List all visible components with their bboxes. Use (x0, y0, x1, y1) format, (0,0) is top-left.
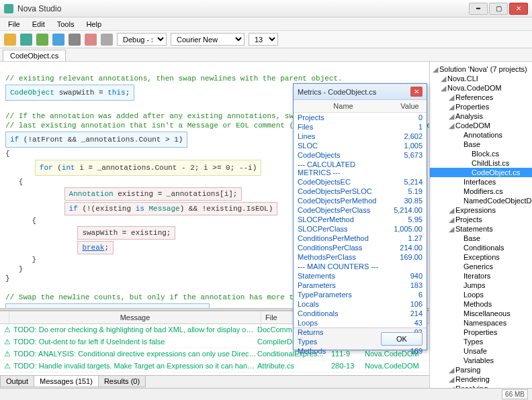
config-select[interactable]: Debug - x86 (117, 33, 167, 46)
tree-node[interactable]: Base (430, 140, 532, 149)
tree-node[interactable]: Properties (430, 328, 532, 337)
font-size-select[interactable]: 13 (249, 33, 278, 46)
warning-icon: ⚠ (4, 326, 13, 334)
open-icon[interactable] (4, 34, 16, 46)
close-button[interactable]: ✕ (509, 3, 528, 15)
metrics-dialog: Metrics - CodeObject.cs ✕ Name Value Pro… (293, 83, 427, 350)
tree-node[interactable]: ◢Rendering (430, 374, 532, 384)
metric-row: SLOCPerClass1,005.00 (294, 224, 427, 234)
metric-row: MethodsPerClass169.00 (294, 252, 427, 262)
tree-root[interactable]: ◢Solution 'Nova' (7 projects) (430, 64, 532, 74)
message-row[interactable]: ⚠TODO: Handle invalid targets. Make Targ… (0, 360, 429, 372)
app-icon (4, 4, 13, 13)
tree-node[interactable]: Interfaces (430, 177, 532, 187)
tree-node[interactable]: Jumps (430, 281, 532, 290)
tab-output[interactable]: Output (0, 376, 34, 387)
tree-node[interactable]: Base (430, 234, 532, 243)
metric-row: CodeObjectsPerSLOC5.19 (294, 187, 427, 196)
bottom-tabs: Output Messages (151) Results (0) (0, 375, 429, 388)
tree-node[interactable]: Conditionals (430, 243, 532, 252)
metric-row: Files1 (294, 122, 427, 132)
menu-help[interactable]: Help (81, 19, 107, 30)
col-message[interactable]: Message (9, 311, 261, 323)
title-bar: Nova Studio ━ ▢ ✕ (0, 0, 532, 17)
metric-row: Statements940 (294, 271, 427, 281)
metric-row: --- MAIN COUNTERS --- (294, 262, 427, 271)
save-all-icon[interactable] (36, 34, 48, 46)
tree-node[interactable]: Methods (430, 299, 532, 309)
tree-node[interactable]: Namespaces (430, 318, 532, 328)
warning-icon: ⚠ (4, 362, 13, 370)
unload-icon[interactable] (85, 34, 97, 46)
menu-file[interactable]: File (3, 19, 26, 30)
tree-node[interactable]: NamedCodeObjectDictionary.cs (430, 196, 532, 205)
menu-tools[interactable]: Tools (52, 19, 80, 30)
metric-row: Methods169 (294, 346, 427, 356)
tree-node[interactable]: ◢Properties (430, 102, 532, 111)
dialog-close-button[interactable]: ✕ (410, 87, 423, 97)
metric-row: Lines2,602 (294, 132, 427, 141)
solution-explorer[interactable]: ◢Solution 'Nova' (7 projects)◢Nova.CLI◢N… (430, 62, 532, 388)
tree-node[interactable]: Unsafe (430, 346, 532, 356)
menu-edit[interactable]: Edit (27, 19, 50, 30)
tree-node[interactable]: ◢Nova.CodeDOM (430, 83, 532, 93)
refresh-icon[interactable] (52, 34, 64, 46)
status-bar: 66 MB (0, 388, 532, 400)
metric-row: SLOC1,005 (294, 141, 427, 150)
dialog-col-value: Value (393, 100, 427, 112)
tree-node[interactable]: ◢CodeDOM (430, 121, 532, 130)
ok-button[interactable]: OK (381, 332, 423, 346)
tree-node[interactable]: Types (430, 337, 532, 346)
link-icon[interactable] (101, 34, 113, 46)
tab-results[interactable]: Results (0) (98, 376, 146, 387)
metric-row: Locals106 (294, 299, 427, 309)
tree-node[interactable]: ◢Analysis (430, 111, 532, 121)
metric-row: TypeParameters6 (294, 290, 427, 299)
file-tab-codeobject[interactable]: CodeObject.cs (3, 50, 66, 61)
metric-row: Loops43 (294, 318, 427, 328)
tree-node[interactable]: Annotations (430, 130, 532, 140)
menu-bar: File Edit Tools Help (0, 17, 532, 31)
tree-node[interactable]: ◢Nova.CLI (430, 74, 532, 83)
metric-row: ConditionsPerClass214.00 (294, 243, 427, 252)
tree-node[interactable]: ◢Parsing (430, 365, 532, 374)
save-icon[interactable] (20, 34, 32, 46)
metric-row: Conditionals214 (294, 309, 427, 318)
tree-node[interactable]: Variables (430, 356, 532, 365)
tree-node[interactable]: Miscellaneous (430, 309, 532, 318)
tree-node[interactable]: Modifiers.cs (430, 187, 532, 196)
tool-icon[interactable] (69, 34, 81, 46)
metric-row: Projects0 (294, 113, 427, 122)
warning-icon: ⚠ (4, 350, 13, 358)
dialog-col-name: Name (294, 100, 393, 112)
window-title: Nova Studio (17, 4, 469, 13)
toolbar: Debug - x86 Courier New 13 (0, 31, 532, 48)
tree-node[interactable]: Iterators (430, 271, 532, 281)
tree-node[interactable]: ◢Projects (430, 215, 532, 224)
tree-node[interactable]: Loops (430, 290, 532, 299)
tab-messages[interactable]: Messages (151) (34, 376, 99, 387)
code-line: // existing relevant annotations, then s… (5, 74, 343, 83)
tree-node[interactable]: Exceptions (430, 252, 532, 262)
metric-row: Parameters183 (294, 281, 427, 290)
metric-row: --- CALCULATED METRICS --- (294, 160, 427, 177)
font-select[interactable]: Courier New (171, 33, 245, 46)
metric-row: ConditionsPerMethod1.27 (294, 234, 427, 243)
tree-node[interactable]: ◢Expressions (430, 205, 532, 215)
dialog-title: Metrics - CodeObject.cs (298, 88, 410, 96)
maximize-button[interactable]: ▢ (489, 3, 508, 15)
metric-row: CodeObjects5,673 (294, 150, 427, 160)
tree-node[interactable]: CodeObject.cs (430, 168, 532, 177)
metric-row: CodeObjectsEC5,214 (294, 177, 427, 187)
tree-node[interactable]: Generics (430, 262, 532, 271)
metric-row: SLOCPerMethod5.95 (294, 215, 427, 224)
status-memory: 66 MB (502, 389, 528, 399)
minimize-button[interactable]: ━ (469, 3, 488, 15)
tree-node[interactable]: ChildList.cs (430, 158, 532, 168)
tree-node[interactable]: ◢References (430, 93, 532, 102)
tree-node[interactable]: Block.cs (430, 149, 532, 158)
editor-tabs: CodeObject.cs (0, 48, 532, 62)
tree-node[interactable]: ◢Statements (430, 224, 532, 234)
metric-row: CodeObjectsPerClass5,214.00 (294, 205, 427, 215)
metric-row: CodeObjectsPerMethod30.85 (294, 196, 427, 205)
